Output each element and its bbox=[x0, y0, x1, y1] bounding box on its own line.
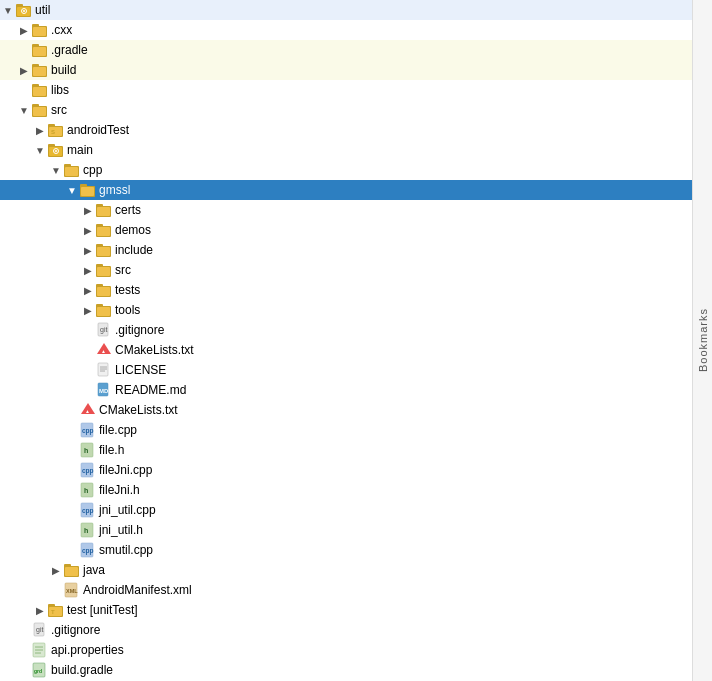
tree-row-jniutilh[interactable]: h jni_util.h bbox=[0, 520, 692, 540]
tree-row-filejnih[interactable]: h fileJni.h bbox=[0, 480, 692, 500]
svg-rect-43 bbox=[97, 247, 110, 256]
svg-rect-10 bbox=[33, 47, 46, 56]
file-icon-file-gitignore: git bbox=[32, 622, 48, 638]
expand-arrow[interactable] bbox=[16, 620, 32, 640]
expand-arrow[interactable] bbox=[80, 280, 96, 300]
expand-arrow[interactable] bbox=[16, 100, 32, 120]
tree-row-tools[interactable]: tools bbox=[0, 300, 692, 320]
file-icon-folder bbox=[96, 302, 112, 318]
expand-arrow[interactable] bbox=[80, 340, 96, 360]
svg-text:T: T bbox=[51, 609, 55, 615]
expand-arrow[interactable] bbox=[64, 500, 80, 520]
tree-row-test[interactable]: T test [unitTest] bbox=[0, 600, 692, 620]
tree-row-fileh[interactable]: h file.h bbox=[0, 440, 692, 460]
tree-item-label: main bbox=[67, 143, 93, 157]
expand-arrow[interactable] bbox=[16, 20, 32, 40]
tree-row-filecpp[interactable]: cpp file.cpp bbox=[0, 420, 692, 440]
svg-rect-7 bbox=[33, 27, 46, 36]
svg-text:cpp: cpp bbox=[82, 507, 94, 515]
file-icon-folder bbox=[96, 242, 112, 258]
expand-arrow[interactable] bbox=[32, 120, 48, 140]
tree-row-certs[interactable]: certs bbox=[0, 200, 692, 220]
file-icon-file-md: MD bbox=[96, 382, 112, 398]
tree-row-buildgradle[interactable]: grd build.gradle bbox=[0, 660, 692, 680]
expand-arrow[interactable] bbox=[64, 180, 80, 200]
tree-row-main[interactable]: main bbox=[0, 140, 692, 160]
expand-arrow[interactable] bbox=[16, 60, 32, 80]
expand-arrow[interactable] bbox=[64, 460, 80, 480]
svg-point-28 bbox=[55, 150, 57, 152]
tree-row-androidmanifest[interactable]: XML AndroidManifest.xml bbox=[0, 580, 692, 600]
tree-item-label: util bbox=[35, 3, 50, 17]
tree-row-filejmicpp[interactable]: cpp fileJni.cpp bbox=[0, 460, 692, 480]
tree-row-gitignore2[interactable]: git .gitignore bbox=[0, 620, 692, 640]
tree-row-cmakelists2[interactable]: ▲ CMakeLists.txt bbox=[0, 400, 692, 420]
svg-rect-81 bbox=[65, 567, 78, 576]
tree-row-readme[interactable]: MD README.md bbox=[0, 380, 692, 400]
svg-rect-46 bbox=[97, 267, 110, 276]
file-icon-folder bbox=[32, 22, 48, 38]
tree-row-build[interactable]: build bbox=[0, 60, 692, 80]
svg-text:grd: grd bbox=[34, 668, 42, 674]
expand-arrow[interactable] bbox=[32, 140, 48, 160]
expand-arrow[interactable] bbox=[16, 80, 32, 100]
svg-text:▲: ▲ bbox=[85, 408, 90, 414]
tree-row-libs[interactable]: libs bbox=[0, 80, 692, 100]
file-icon-file-cmake: ▲ bbox=[80, 402, 96, 418]
tree-row-jniutilcpp[interactable]: cpp jni_util.cpp bbox=[0, 500, 692, 520]
file-icon-folder bbox=[96, 282, 112, 298]
tree-row-include[interactable]: include bbox=[0, 240, 692, 260]
expand-arrow[interactable] bbox=[64, 520, 80, 540]
tree-item-label: AndroidManifest.xml bbox=[83, 583, 192, 597]
tree-row-license[interactable]: LICENSE bbox=[0, 360, 692, 380]
file-icon-file-license bbox=[96, 362, 112, 378]
expand-arrow[interactable] bbox=[80, 260, 96, 280]
expand-arrow[interactable] bbox=[64, 480, 80, 500]
expand-arrow[interactable] bbox=[80, 320, 96, 340]
expand-arrow[interactable] bbox=[64, 400, 80, 420]
tree-row-demos[interactable]: demos bbox=[0, 220, 692, 240]
expand-arrow[interactable] bbox=[80, 220, 96, 240]
expand-arrow[interactable] bbox=[64, 420, 80, 440]
expand-arrow[interactable] bbox=[32, 600, 48, 620]
tree-row-smutilcpp[interactable]: cpp smutil.cpp bbox=[0, 540, 692, 560]
tree-row-apiprops[interactable]: api.properties bbox=[0, 640, 692, 660]
svg-rect-40 bbox=[97, 227, 110, 236]
expand-arrow[interactable] bbox=[48, 160, 64, 180]
tree-row-androidTest[interactable]: S androidTest bbox=[0, 120, 692, 140]
expand-arrow[interactable] bbox=[80, 200, 96, 220]
expand-arrow[interactable] bbox=[16, 40, 32, 60]
tree-row-cxx[interactable]: .cxx bbox=[0, 20, 692, 40]
tree-row-src[interactable]: src bbox=[0, 100, 692, 120]
tree-row-cmakelists1[interactable]: ▲ CMakeLists.txt bbox=[0, 340, 692, 360]
bookmarks-label: Bookmarks bbox=[697, 308, 709, 372]
expand-arrow[interactable] bbox=[80, 380, 96, 400]
svg-text:MD: MD bbox=[99, 388, 109, 394]
expand-arrow[interactable] bbox=[80, 300, 96, 320]
tree-row-src2[interactable]: src bbox=[0, 260, 692, 280]
expand-arrow[interactable] bbox=[48, 580, 64, 600]
file-icon-folder bbox=[96, 222, 112, 238]
expand-arrow[interactable] bbox=[64, 540, 80, 560]
tree-item-label: build.gradle bbox=[51, 663, 113, 677]
tree-item-label: test [unitTest] bbox=[67, 603, 138, 617]
expand-arrow[interactable] bbox=[80, 360, 96, 380]
tree-item-label: api.properties bbox=[51, 643, 124, 657]
expand-arrow[interactable] bbox=[80, 240, 96, 260]
expand-arrow[interactable] bbox=[64, 440, 80, 460]
tree-row-gmssl[interactable]: gmssl bbox=[0, 180, 692, 200]
tree-row-util[interactable]: util bbox=[0, 0, 692, 20]
expand-arrow[interactable] bbox=[16, 640, 32, 660]
expand-arrow[interactable] bbox=[16, 660, 32, 680]
tree-row-gitignore1[interactable]: git .gitignore bbox=[0, 320, 692, 340]
tree-row-tests[interactable]: tests bbox=[0, 280, 692, 300]
file-icon-folder-test: T bbox=[48, 602, 64, 618]
tree-row-cpp[interactable]: cpp bbox=[0, 160, 692, 180]
expand-arrow[interactable] bbox=[48, 560, 64, 580]
tree-item-label: jni_util.cpp bbox=[99, 503, 156, 517]
tree-row-java[interactable]: java bbox=[0, 560, 692, 580]
tree-row-gradle[interactable]: .gradle bbox=[0, 40, 692, 60]
expand-arrow[interactable] bbox=[0, 0, 16, 20]
file-tree[interactable]: util .cxx .gradle build libs src bbox=[0, 0, 692, 681]
svg-rect-52 bbox=[97, 307, 110, 316]
